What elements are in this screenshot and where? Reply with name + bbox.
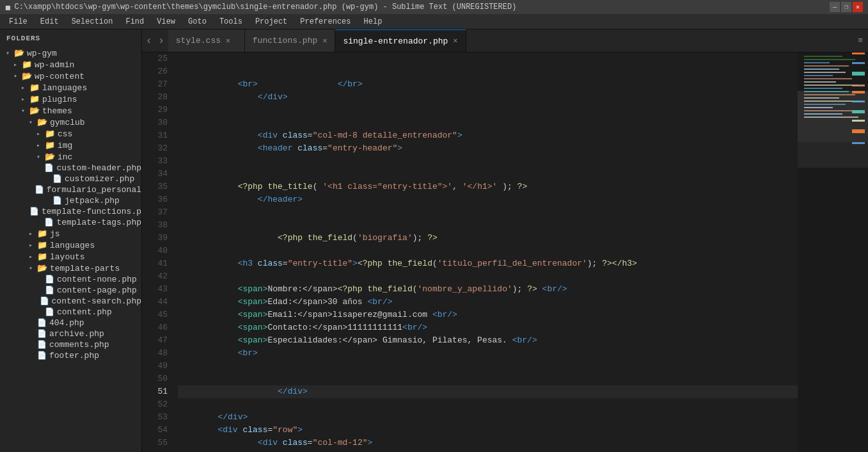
menu-item-goto[interactable]: Goto xyxy=(182,16,213,28)
code-line[interactable]: <span>Especialidades:</span> Gimnasio, P… xyxy=(178,334,798,347)
tab-close-button[interactable]: ✕ xyxy=(453,37,457,45)
sidebar-item-wp-admin[interactable]: ▸📁wp-admin xyxy=(0,59,141,70)
sidebar-item-comments.php[interactable]: 📄comments.php xyxy=(0,339,141,350)
folder-arrow-img[interactable]: ▸ xyxy=(33,141,43,149)
code-line[interactable]: <?php the_title( '<h1 class="entry-title… xyxy=(178,181,798,193)
code-line[interactable]: <div class="col-md-12"> xyxy=(178,437,798,449)
sidebar-item-themes[interactable]: ▾📂themes xyxy=(0,105,141,117)
tab-style.css[interactable]: style.css✕ xyxy=(168,29,245,52)
menu-item-tools[interactable]: Tools xyxy=(213,16,249,28)
folder-arrow-wp-content[interactable]: ▾ xyxy=(10,72,20,80)
menu-item-help[interactable]: Help xyxy=(358,16,389,28)
code-line[interactable] xyxy=(178,104,798,117)
code-line[interactable]: </div> xyxy=(178,385,798,398)
code-line[interactable] xyxy=(178,117,798,129)
folder-arrow-css[interactable]: ▸ xyxy=(33,130,43,138)
folder-arrow-layouts[interactable]: ▸ xyxy=(26,253,36,261)
sidebar-item-wp-content[interactable]: ▾📂wp-content xyxy=(0,70,141,82)
code-line[interactable]: <span>Contacto:</span>11111111111<br/> xyxy=(178,321,798,334)
sidebar-item-template-parts[interactable]: ▾📂template-parts xyxy=(0,262,141,274)
code-line[interactable]: <div class="row"> xyxy=(178,424,798,437)
sidebar-item-content-none.php[interactable]: 📄content-none.php xyxy=(0,274,141,285)
menu-item-preferences[interactable]: Preferences xyxy=(294,16,357,28)
code-line[interactable] xyxy=(178,373,798,385)
code-line[interactable]: <span>Nombre:</span><?php the_field('nom… xyxy=(178,283,798,296)
menu-item-find[interactable]: Find xyxy=(119,16,150,28)
sidebar-item-footer.php[interactable]: 📄footer.php xyxy=(0,350,141,361)
tab-single-entrenador.php[interactable]: single-entrenador.php✕ xyxy=(335,29,466,52)
sidebar-item-formulario_personal[interactable]: 📄formulario_personal xyxy=(0,184,141,195)
code-line[interactable] xyxy=(178,245,798,257)
folder-arrow-inc[interactable]: ▾ xyxy=(33,153,43,161)
sidebar-item-languages[interactable]: ▸📁languages xyxy=(0,82,141,93)
folder-arrow-gymclub[interactable]: ▾ xyxy=(26,118,36,126)
folder-icon: 📁 xyxy=(22,60,32,70)
code-line[interactable]: <span>Edad:</span>30 años <br/> xyxy=(178,296,798,309)
sidebar-item-inc[interactable]: ▾📂inc xyxy=(0,151,141,163)
tab-nav-left[interactable]: ‹ › xyxy=(142,29,168,52)
code-line[interactable]: <?php the_field('biografia'); ?> xyxy=(178,232,798,245)
maximize-button[interactable]: ❐ xyxy=(841,2,851,12)
sidebar-item-content-search.php[interactable]: 📄content-search.php xyxy=(0,296,141,307)
menu-item-edit[interactable]: Edit xyxy=(34,16,65,28)
folder-arrow-template-parts[interactable]: ▾ xyxy=(26,264,36,272)
code-line[interactable]: <h3 class="entry-title"><?php the_field(… xyxy=(178,257,798,270)
sidebar-item-content-page.php[interactable]: 📄content-page.php xyxy=(0,285,141,296)
code-line[interactable] xyxy=(178,270,798,283)
code-line[interactable] xyxy=(178,449,798,452)
menu-item-file[interactable]: File xyxy=(3,16,34,28)
svg-rect-23 xyxy=(852,62,865,64)
sidebar-item-custom-header.php[interactable]: 📄custom-header.php xyxy=(0,163,141,174)
sidebar-item-gymclub[interactable]: ▾📂gymclub xyxy=(0,117,141,128)
sidebar-item-jetpack.php[interactable]: 📄jetpack.php xyxy=(0,195,141,206)
code-line[interactable] xyxy=(178,65,798,78)
code-line[interactable]: </div> xyxy=(178,91,798,104)
sidebar-item-404.php[interactable]: 📄404.php xyxy=(0,318,141,328)
menu-item-view[interactable]: View xyxy=(150,16,182,28)
code-line[interactable] xyxy=(178,52,798,65)
sidebar-item-img[interactable]: ▸📁img xyxy=(0,140,141,151)
code-line[interactable] xyxy=(178,155,798,168)
folder-arrow-languages2[interactable]: ▸ xyxy=(26,241,36,249)
svg-rect-7 xyxy=(804,75,833,76)
window-controls[interactable]: — ❐ ✕ xyxy=(830,2,863,12)
code-line[interactable] xyxy=(178,206,798,219)
tab-close-button[interactable]: ✕ xyxy=(322,37,327,45)
menu-item-selection[interactable]: Selection xyxy=(65,16,120,28)
sidebar-item-customizer.php[interactable]: 📄customizer.php xyxy=(0,174,141,184)
minimize-button[interactable]: — xyxy=(830,2,840,12)
code-line[interactable]: <div class="col-md-8 detalle_entrenador"… xyxy=(178,129,798,142)
folder-arrow-plugins[interactable]: ▸ xyxy=(18,95,28,103)
folder-arrow-themes[interactable]: ▾ xyxy=(18,107,28,115)
sidebar-item-languages2[interactable]: ▸📁languages xyxy=(0,239,141,251)
code-line[interactable]: </header> xyxy=(178,193,798,206)
folder-arrow-js[interactable]: ▸ xyxy=(26,230,36,238)
code-line[interactable] xyxy=(178,360,798,373)
code-line[interactable]: <br> </br> xyxy=(178,78,798,91)
code-line[interactable]: <header class="entry-header"> xyxy=(178,142,798,155)
code-line[interactable] xyxy=(178,398,798,411)
sidebar-item-archive.php[interactable]: 📄archive.php xyxy=(0,328,141,339)
code-line[interactable] xyxy=(178,168,798,181)
folder-arrow-languages[interactable]: ▸ xyxy=(18,84,28,92)
tab-close-button[interactable]: ✕ xyxy=(226,37,230,45)
sidebar-item-js[interactable]: ▸📁js xyxy=(0,228,141,239)
sidebar-item-layouts[interactable]: ▸📁layouts xyxy=(0,251,141,262)
menu-item-project[interactable]: Project xyxy=(249,16,294,28)
sidebar-item-template-functions.p[interactable]: 📄template-functions.p xyxy=(0,206,141,217)
folder-arrow-wp-admin[interactable]: ▸ xyxy=(10,61,20,69)
sidebar-item-plugins[interactable]: ▸📁plugins xyxy=(0,93,141,105)
code-line[interactable]: <span>Email:</span>lisaperez@gmail.com <… xyxy=(178,309,798,321)
sidebar-item-template-tags.php[interactable]: 📄template-tags.php xyxy=(0,217,141,228)
sidebar-item-css[interactable]: ▸📁css xyxy=(0,128,141,140)
code-editor[interactable]: <br> </br> </div> <div class="col-md-8 d… xyxy=(173,52,798,452)
code-line[interactable] xyxy=(178,219,798,232)
folder-arrow-wp-gym[interactable]: ▾ xyxy=(3,49,13,57)
sidebar-item-content.php[interactable]: 📄content.php xyxy=(0,307,141,318)
code-line[interactable]: <br> xyxy=(178,347,798,360)
close-button[interactable]: ✕ xyxy=(853,2,863,12)
sidebar-item-wp-gym[interactable]: ▾📂wp-gym xyxy=(0,47,141,59)
tab-functions.php[interactable]: functions.php✕ xyxy=(245,29,336,52)
code-line[interactable]: </div> xyxy=(178,411,798,424)
sidebar-item-label: gymclub xyxy=(50,118,85,127)
